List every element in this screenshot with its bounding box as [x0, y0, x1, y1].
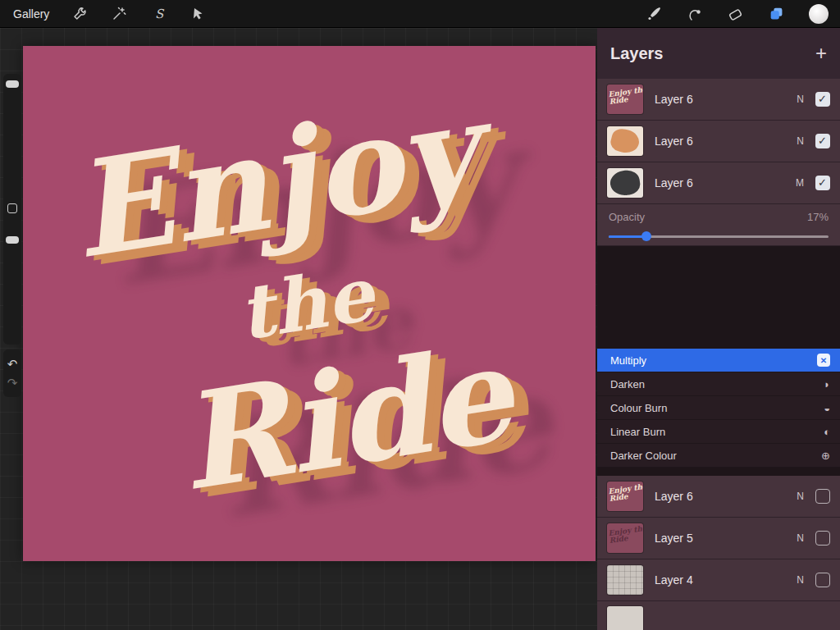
modify-button[interactable] [7, 203, 17, 213]
layer-row[interactable]: Layer 6 N [597, 121, 840, 162]
blend-mode-letter[interactable]: N [797, 574, 804, 586]
smudge-icon[interactable] [686, 5, 704, 23]
canvas[interactable]: Enjoy the Ride Enjoy the Ride Enjoy the … [23, 46, 596, 561]
workspace: Enjoy the Ride Enjoy the Ride Enjoy the … [0, 28, 840, 630]
visibility-checkbox[interactable] [815, 92, 830, 107]
visibility-checkbox[interactable] [815, 531, 830, 546]
visibility-checkbox[interactable] [815, 134, 830, 148]
redo-icon[interactable]: ↷ [7, 377, 18, 389]
layer-thumbnail [607, 126, 643, 156]
layer-thumbnail [607, 606, 643, 630]
adjustments-wand-icon[interactable] [110, 5, 128, 23]
eraser-icon[interactable] [727, 5, 745, 23]
blend-mode-option-colour-burn[interactable]: Colour Burn ◒ [597, 396, 840, 420]
layer-row[interactable]: Layer 6 M [597, 162, 840, 204]
blend-mode-letter[interactable]: N [797, 94, 804, 105]
layers-panel-title: Layers [610, 44, 664, 63]
toolbar-right-group [645, 4, 840, 24]
layer-name: Layer 6 [655, 490, 797, 503]
blend-mode-option-darker-colour[interactable]: Darker Colour ⊕ [597, 444, 840, 468]
darker-colour-icon: ⊕ [821, 450, 830, 462]
layer-row[interactable]: Enjoy the Ride Layer 5 N [597, 518, 840, 559]
brush-opacity-slider[interactable] [6, 236, 19, 244]
layer-name: Layer 6 [655, 176, 796, 189]
side-toolbar [3, 74, 21, 345]
visibility-checkbox[interactable] [815, 573, 830, 587]
svg-text:S: S [155, 7, 165, 21]
undo-icon[interactable]: ↶ [7, 358, 18, 370]
visibility-checkbox[interactable] [815, 489, 830, 504]
opacity-value: 17% [807, 211, 829, 223]
multiply-clear-icon[interactable]: ✕ [817, 354, 830, 367]
blend-mode-letter[interactable]: N [797, 532, 804, 544]
layer-name: Layer 4 [655, 573, 797, 587]
blend-mode-letter[interactable]: N [797, 491, 804, 502]
layer-row[interactable]: Enjoy the Ride Layer 6 N [597, 476, 840, 518]
gallery-button[interactable]: Gallery [13, 7, 49, 21]
layer-name: Layer 6 [655, 93, 797, 106]
blend-mode-letter[interactable]: N [797, 135, 804, 147]
layer-thumbnail [607, 168, 643, 198]
layer-thumbnail: Enjoy the Ride [607, 84, 643, 114]
transform-icon[interactable] [189, 5, 207, 23]
layer-thumbnail [607, 565, 643, 595]
layers-panel-header: Layers + [597, 28, 840, 79]
visibility-checkbox[interactable] [815, 176, 830, 190]
blend-mode-label: Linear Burn [610, 426, 824, 438]
layer-name: Layer 5 [655, 532, 797, 545]
opacity-label: Opacity [609, 211, 645, 223]
layer-name: Layer 6 [655, 135, 797, 148]
wrench-icon[interactable] [71, 5, 89, 23]
blend-mode-option-linear-burn[interactable]: Linear Burn ◐ [597, 420, 840, 444]
blend-mode-label: Multiply [610, 354, 817, 367]
undo-redo-strip: ↶ ↷ [3, 349, 21, 397]
colour-burn-icon: ◒ [824, 402, 830, 414]
blend-mode-label: Colour Burn [610, 402, 824, 414]
color-icon[interactable] [809, 4, 829, 24]
opacity-section: Opacity 17% [597, 204, 840, 246]
layer-thumbnail: Enjoy the Ride [607, 523, 643, 553]
opacity-slider[interactable] [609, 231, 829, 241]
layers-icon[interactable] [768, 5, 786, 23]
layer-thumbnail: Enjoy the Ride [607, 482, 643, 511]
layers-panel: Layers + Enjoy the Ride Layer 6 N Layer … [597, 28, 840, 630]
layer-row[interactable]: Enjoy the Ride Layer 6 N [597, 79, 840, 121]
layer-row[interactable]: Layer 4 N [597, 559, 840, 601]
linear-burn-icon: ◐ [824, 426, 830, 438]
toolbar-left-group: Gallery S [0, 5, 207, 23]
add-layer-button[interactable]: + [815, 43, 827, 63]
brush-icon[interactable] [645, 5, 663, 23]
blend-mode-label: Darker Colour [610, 450, 821, 462]
blend-mode-option-multiply[interactable]: Multiply ✕ [597, 349, 840, 372]
layer-row-partial[interactable] [597, 601, 840, 630]
selection-icon[interactable]: S [149, 5, 167, 23]
brush-size-slider[interactable] [6, 80, 19, 88]
panel-divider [597, 468, 840, 476]
blend-mode-option-darken[interactable]: Darken ◗ [597, 372, 840, 396]
opacity-slider-knob[interactable] [641, 231, 651, 241]
artwork-lettering: Enjoy the Ride Enjoy the Ride Enjoy the … [23, 46, 596, 561]
blend-list-empty-area [597, 246, 840, 349]
darken-icon: ◗ [824, 378, 830, 390]
blend-mode-letter[interactable]: M [796, 177, 804, 189]
top-toolbar: Gallery S [0, 0, 840, 28]
blend-mode-label: Darken [610, 378, 824, 390]
opacity-slider-fill [609, 235, 646, 238]
